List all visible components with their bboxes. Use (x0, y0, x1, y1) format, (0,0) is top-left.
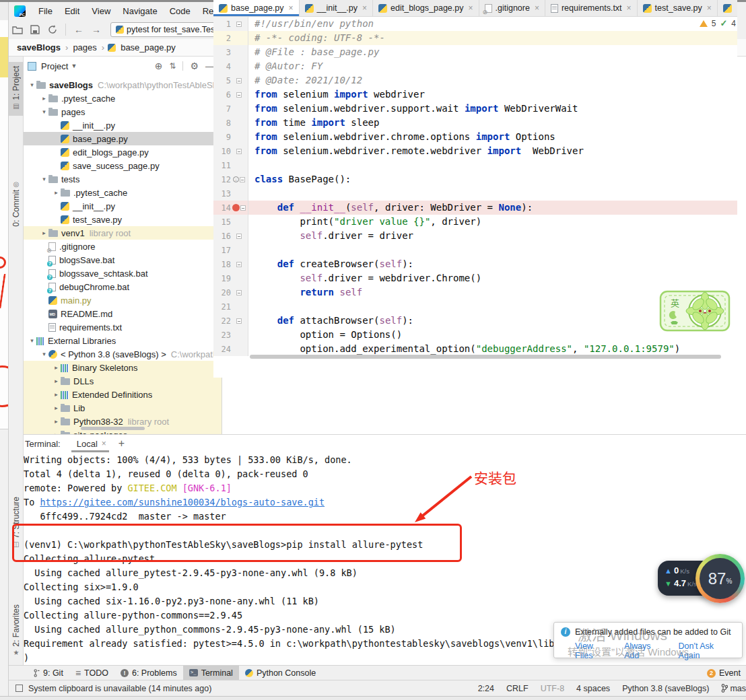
tree-item[interactable]: ▸Extended Definitions (24, 388, 222, 401)
editor-tab--gitignore[interactable]: .gitignore× (479, 0, 545, 16)
gutter[interactable]: 13 (213, 186, 248, 201)
fold-icon[interactable] (236, 78, 242, 83)
tool-window-button-todo[interactable]: ≡TODO (69, 666, 114, 680)
save-icon[interactable] (28, 23, 42, 36)
gutter[interactable]: 3 (213, 45, 248, 59)
menu-file[interactable]: File (32, 2, 59, 20)
tree-item[interactable]: README.md (24, 307, 222, 320)
tree-item[interactable]: ▾tests (24, 172, 222, 186)
menu-code[interactable]: Code (164, 2, 197, 20)
forward-icon[interactable]: → (90, 23, 103, 36)
gutter[interactable]: 2 (213, 31, 248, 45)
gutter[interactable]: 23 (213, 328, 248, 342)
tree-item[interactable]: ▸Python38-32library root (24, 415, 222, 428)
fold-icon[interactable] (240, 205, 246, 211)
tree-chevron-icon[interactable]: ▸ (52, 364, 61, 371)
tree-chevron-icon[interactable]: ▸ (52, 405, 61, 411)
editor-tab-requirements-txt[interactable]: requirements.txt× (545, 0, 638, 16)
back-icon[interactable]: ← (72, 23, 86, 36)
locate-file-icon[interactable]: ⊕ (155, 61, 163, 71)
collapse-all-icon[interactable]: ⇅ (169, 61, 176, 71)
close-tab-icon[interactable]: × (468, 3, 473, 13)
code-editor[interactable]: 1#!/usr/bin/env python2# -*- coding: UTF… (213, 17, 737, 378)
tree-item[interactable]: ▸.pytest_cache (24, 92, 222, 105)
close-icon[interactable]: × (102, 439, 106, 448)
event-log-button[interactable]: 2 Event (707, 666, 746, 680)
stripe-item-2-favorites[interactable]: 2: Favorites★ (9, 600, 24, 662)
fold-icon[interactable] (236, 234, 242, 239)
tree-item[interactable]: .gitignore (24, 240, 222, 253)
gutter[interactable]: 22 (213, 314, 248, 328)
tree-item[interactable]: __init__.py (24, 118, 222, 132)
stripe-item-0-commit[interactable]: ◎0: Commit (9, 174, 24, 231)
editor-tab-__init__-py[interactable]: __init__.py× (300, 0, 373, 16)
menu-view[interactable]: View (86, 2, 116, 20)
breakpoint-icon[interactable] (232, 204, 240, 211)
gear-icon[interactable]: ⚙ (190, 61, 199, 71)
tree-item[interactable]: ▸Binary Skeletons (24, 361, 222, 374)
indent-setting[interactable]: 4 spaces (576, 684, 610, 693)
tree-chevron-icon[interactable]: ▾ (40, 176, 48, 182)
fold-icon[interactable] (236, 22, 242, 27)
sync-icon[interactable] (46, 23, 59, 36)
open-icon[interactable] (11, 23, 24, 36)
terminal-tab-local[interactable]: Local × (71, 435, 109, 452)
fold-icon[interactable] (240, 177, 245, 182)
menu-navigate[interactable]: Navigate (116, 2, 163, 20)
gutter[interactable]: 21 (213, 300, 248, 314)
tree-item[interactable]: ▸.pytest_cache (24, 186, 222, 199)
tool-window-button-terminal[interactable]: >_Terminal (183, 666, 239, 680)
tree-item[interactable]: blogssave_schtask.bat (24, 267, 222, 280)
tree-chevron-icon[interactable]: ▸ (40, 95, 48, 102)
line-ending[interactable]: CRLF (506, 684, 529, 693)
fold-icon[interactable] (236, 318, 242, 324)
terminal-link[interactable]: https://gitee.com/sunshine100034/blogs-a… (40, 497, 325, 508)
gutter[interactable]: 19 (213, 271, 248, 285)
close-tab-icon[interactable]: × (627, 3, 632, 13)
tree-chevron-icon[interactable]: ▸ (40, 230, 48, 236)
tree-item[interactable]: debugChrome.bat (24, 280, 222, 293)
editor-tab[interactable] (718, 0, 737, 16)
tool-window-button-python-console[interactable]: Python Console (239, 666, 322, 680)
tree-chevron-icon[interactable]: ▾ (28, 337, 36, 344)
breadcrumb-item[interactable]: saveBlogs (17, 42, 61, 53)
tree-item[interactable]: edit_blogs_page.py (24, 145, 222, 159)
fold-icon[interactable] (236, 262, 242, 267)
gutter[interactable]: 5 (213, 73, 248, 88)
fold-icon[interactable] (236, 290, 242, 295)
tree-item[interactable]: ▾< Python 3.8 (saveBlogs) >C:\workpath\ (24, 347, 222, 361)
tree-item[interactable]: base_page.py (24, 132, 222, 145)
breadcrumb-item[interactable]: base_page.py (121, 42, 176, 53)
tree-item[interactable]: requirements.txt (24, 320, 222, 334)
close-tab-icon[interactable]: × (289, 3, 294, 13)
gutter[interactable]: 7 (213, 102, 248, 116)
caret-position[interactable]: 2:24 (478, 684, 494, 693)
project-panel-title[interactable]: Project (41, 61, 68, 71)
gutter[interactable]: 12↓ (213, 172, 248, 186)
override-marker-icon[interactable]: ↓ (233, 176, 239, 182)
tree-item[interactable]: ▸DLLs (24, 374, 222, 388)
gutter[interactable]: 8 (213, 116, 248, 130)
breadcrumb-item[interactable]: pages (73, 42, 96, 53)
gutter[interactable]: 11 (213, 158, 248, 172)
tree-chevron-icon[interactable]: ▾ (40, 108, 48, 115)
stripe-item-1-project[interactable]: 1: Project▤ (9, 62, 24, 116)
fold-icon[interactable] (236, 92, 242, 98)
tool-window-button-9-git[interactable]: 9: Git (28, 666, 69, 680)
new-terminal-icon[interactable]: + (118, 438, 125, 450)
tree-item[interactable]: ▾pages (24, 105, 222, 118)
gutter[interactable]: 16 (213, 229, 248, 243)
tree-item[interactable]: ▸venv1library root (24, 226, 222, 240)
tool-window-button-6-problems[interactable]: !6: Problems (114, 666, 183, 680)
tree-item[interactable]: __init__.py (24, 199, 222, 213)
tree-chevron-icon[interactable]: ▸ (52, 418, 61, 425)
tree-chevron-icon[interactable]: ▸ (52, 391, 61, 398)
close-tab-icon[interactable]: × (535, 3, 539, 13)
tree-chevron-icon[interactable]: ▾ (40, 351, 48, 357)
tree-chevron-icon[interactable]: ▸ (52, 189, 61, 196)
editor-tab-edit_blogs_page-py[interactable]: edit_blogs_page.py× (373, 0, 479, 16)
close-tab-icon[interactable]: × (362, 3, 367, 13)
tree-chevron-icon[interactable]: ▸ (52, 378, 61, 384)
git-branch-widget[interactable]: mas (721, 684, 746, 693)
tree-chevron-icon[interactable]: ▾ (28, 81, 36, 88)
